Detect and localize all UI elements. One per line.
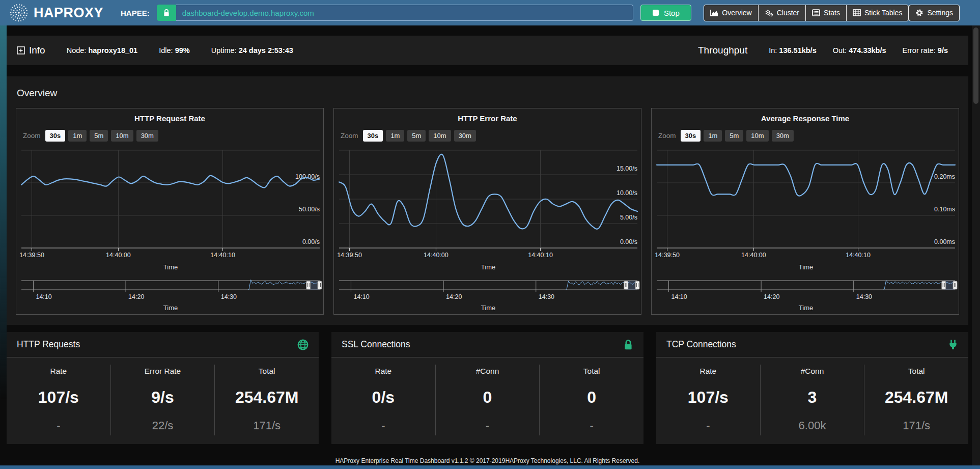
svg-text:14:39:50: 14:39:50 (19, 252, 44, 259)
tcp-connections-card: TCP Connections Rate 107/s - #Conn (656, 332, 968, 444)
url-lock-button[interactable] (157, 5, 176, 21)
stat-column: #Conn 3 6.00k (760, 365, 864, 435)
stat-label: Rate (656, 367, 760, 376)
average-response-time-chart: Average Response TimeZoom30s1m5m10m30m0.… (651, 108, 959, 315)
stat-sub: - (436, 419, 540, 432)
zoom-range-button-10m[interactable]: 10m (746, 130, 768, 142)
navigator-handle[interactable] (635, 281, 639, 289)
stat-column: Rate 0/s - (331, 365, 435, 435)
stat-sub: 6.00k (761, 419, 864, 432)
http-error-rate-chart: HTTP Error RateZoom30s1m5m10m30m15.00/s1… (333, 108, 641, 315)
stat-sub: 22/s (111, 419, 215, 432)
throughput-out-field: Out: 474.33kb/s (833, 46, 886, 54)
scrollbar[interactable] (972, 25, 980, 465)
svg-text:Time: Time (481, 263, 495, 271)
brand-name: HAPROXY (34, 5, 103, 21)
zoom-range-button-5m[interactable]: 5m (407, 130, 426, 142)
settings-button[interactable]: Settings (909, 5, 960, 21)
stat-value: 254.67M (864, 388, 968, 407)
chart-title: HTTP Error Rate (334, 114, 641, 123)
list-alt-icon (812, 9, 820, 16)
info-toggle[interactable]: Info (17, 45, 45, 56)
svg-text:14:10: 14:10 (36, 293, 51, 300)
stat-value: 0 (436, 388, 540, 407)
nav-button-stats[interactable]: Stats (805, 5, 847, 21)
svg-text:14:39:50: 14:39:50 (655, 252, 680, 259)
zoom-label: Zoom (341, 132, 358, 140)
zoom-range-button-30m[interactable]: 30m (136, 130, 158, 142)
zoom-range-button-10m[interactable]: 10m (429, 130, 451, 142)
stat-label: Error Rate (111, 367, 215, 376)
info-label: Info (29, 45, 45, 56)
svg-text:10.00/s: 10.00/s (617, 189, 637, 197)
haproxy-logo: HAPROXY (9, 3, 103, 22)
plug-icon (948, 339, 958, 350)
zoom-range-button-5m[interactable]: 5m (90, 130, 108, 142)
chart-zoom-controls: Zoom30s1m5m10m30m (16, 123, 323, 142)
navigator-handle[interactable] (953, 281, 957, 289)
gear-icon (915, 9, 923, 17)
area-chart-icon (710, 9, 718, 16)
svg-text:14:30: 14:30 (856, 293, 872, 300)
svg-text:14:10: 14:10 (671, 293, 687, 300)
nav-button-overview[interactable]: Overview (704, 5, 758, 21)
svg-text:0.10ms: 0.10ms (934, 206, 955, 213)
url-input[interactable] (176, 5, 634, 21)
zoom-range-button-30m[interactable]: 30m (772, 130, 794, 142)
top-banner: HAPROXY HAPEE: Stop Overview (0, 0, 980, 25)
stop-button[interactable]: Stop (640, 5, 691, 21)
svg-text:14:20: 14:20 (446, 293, 462, 300)
uptime-field: Uptime: 24 days 2:53:43 (211, 46, 293, 54)
stat-sub: - (656, 419, 760, 432)
stat-sub: 171/s (215, 419, 319, 432)
svg-text:Time: Time (163, 304, 178, 312)
error-rate-field: Error rate: 9/s (903, 46, 948, 54)
zoom-range-button-30s[interactable]: 30s (363, 130, 383, 142)
stat-value: 3 (761, 388, 864, 407)
nav-button-stick-tables[interactable]: Stick Tables (846, 5, 909, 21)
zoom-range-button-30m[interactable]: 30m (454, 130, 476, 142)
chart-plot-area[interactable]: 15.00/s10.00/s5.00/s0.00/s14:39:5014:40:… (334, 143, 641, 314)
chart-plot-area[interactable]: 100.00/s50.00/s0.00/s14:39:5014:40:0014:… (16, 143, 323, 314)
zoom-range-button-1m[interactable]: 1m (68, 130, 87, 142)
navigator-handle[interactable] (624, 281, 628, 289)
stat-sub: 171/s (864, 419, 968, 432)
nav-button-cluster[interactable]: Cluster (758, 5, 806, 21)
svg-text:14:40:10: 14:40:10 (846, 252, 871, 259)
svg-text:5.00/s: 5.00/s (620, 214, 637, 221)
env-label: HAPEE: (121, 9, 150, 17)
zoom-range-button-1m[interactable]: 1m (704, 130, 722, 142)
card-title: HTTP Requests (17, 339, 80, 350)
zoom-range-button-1m[interactable]: 1m (386, 130, 404, 142)
overview-title: Overview (16, 85, 959, 108)
svg-text:0.00/s: 0.00/s (302, 238, 320, 245)
globe-icon (297, 339, 309, 350)
zoom-label: Zoom (23, 132, 41, 140)
chart-zoom-controls: Zoom30s1m5m10m30m (334, 123, 641, 142)
card-title: TCP Connections (666, 339, 736, 350)
zoom-range-button-5m[interactable]: 5m (725, 130, 743, 142)
footer-copyright: HAProxy Enterprise Real Time Dashboard v… (7, 457, 968, 464)
navigator-handle[interactable] (942, 281, 946, 289)
stat-value: 254.67M (215, 388, 319, 407)
navigator-handle[interactable] (318, 281, 322, 289)
overview-section: Overview HTTP Request RateZoom30s1m5m10m… (7, 76, 968, 325)
throughput-in-field: In: 136.51kb/s (769, 46, 817, 54)
scrollbar-thumb[interactable] (973, 27, 978, 104)
navigator-handle[interactable] (306, 281, 311, 289)
stat-value: 0 (540, 388, 643, 407)
stop-icon (653, 10, 659, 16)
zoom-range-button-30s[interactable]: 30s (681, 130, 701, 142)
zoom-range-button-30s[interactable]: 30s (45, 130, 66, 142)
table-icon (853, 9, 861, 16)
bottom-blue-strip (0, 465, 980, 469)
svg-text:0.00ms: 0.00ms (934, 238, 955, 245)
stat-label: Rate (7, 367, 110, 376)
svg-text:14:20: 14:20 (128, 293, 144, 300)
zoom-range-button-10m[interactable]: 10m (111, 130, 133, 142)
node-field: Node: haproxy18_01 (67, 46, 137, 54)
svg-text:0.20ms: 0.20ms (934, 173, 955, 180)
svg-text:Time: Time (481, 304, 495, 312)
svg-text:Time: Time (163, 263, 178, 271)
chart-plot-area[interactable]: 0.20ms0.10ms0.00ms14:39:5014:40:0014:40:… (652, 143, 959, 314)
